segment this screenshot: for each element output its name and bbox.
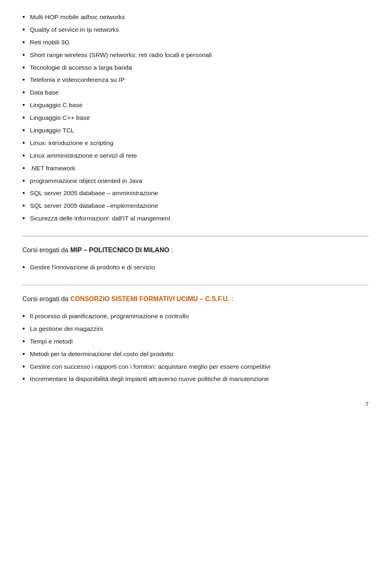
divider-1: [22, 236, 369, 236]
list-item: Incrementare la disponibilità degli impi…: [22, 374, 369, 385]
list-item: Linux amministrazione e servizi di rete: [22, 151, 369, 162]
list-item: Sicurezza delle informazioni: dall'IT al…: [22, 214, 369, 225]
list-item: Data base: [22, 88, 369, 99]
list-item: Quality of service in Ip networks: [22, 25, 369, 36]
list-item: Tempi e metodi: [22, 337, 369, 348]
intro-section: Multi HOP mobile adhoc networksQuality o…: [22, 12, 369, 225]
list-item: Telefonia e videoconferenza su IP: [22, 75, 369, 86]
page-container: Multi HOP mobile adhoc networksQuality o…: [0, 0, 391, 418]
list-item: Gestire l'innovazione di prodotto e di s…: [22, 262, 369, 273]
intro-list: Multi HOP mobile adhoc networksQuality o…: [22, 12, 369, 225]
divider-2: [22, 285, 369, 285]
ucimu-section: Corsi erogati da CONSORZIO SISTEMI FORMA…: [22, 294, 369, 385]
page-number: 7: [365, 401, 369, 407]
mip-highlight: MIP – POLITECNICO DI MILANO: [70, 247, 169, 253]
list-item: Linguaggio C++ base: [22, 113, 369, 124]
ucimu-prefix: Corsi erogati da: [22, 295, 70, 302]
list-item: Il processo di pianificazione, programma…: [22, 311, 369, 322]
list-item: Short range wireless (SRW) networks: ret…: [22, 50, 369, 61]
mip-heading: Corsi erogati da MIP – POLITECNICO DI MI…: [22, 245, 369, 255]
ucimu-list: Il processo di pianificazione, programma…: [22, 311, 369, 385]
mip-section: Corsi erogati da MIP – POLITECNICO DI MI…: [22, 245, 369, 273]
list-item: Metodi per la determinazione del costo d…: [22, 349, 369, 360]
list-item: Linguaggio TCL: [22, 126, 369, 137]
list-item: Reti mobili 3G: [22, 37, 369, 48]
list-item: La gestione dei magazzini: [22, 324, 369, 335]
mip-list: Gestire l'innovazione di prodotto e di s…: [22, 262, 369, 273]
ucimu-suffix: :: [229, 295, 233, 302]
list-item: programmazione object oriented in Java: [22, 176, 369, 187]
mip-prefix: Corsi erogati da: [22, 247, 70, 253]
ucimu-heading: Corsi erogati da CONSORZIO SISTEMI FORMA…: [22, 294, 369, 304]
list-item: Multi HOP mobile adhoc networks: [22, 12, 369, 23]
list-item: Tecnologie di accesso a larga banda: [22, 63, 369, 74]
list-item: Gestire con successo i rapporti con i fo…: [22, 362, 369, 373]
list-item: Linguaggio C base: [22, 100, 369, 111]
list-item: SQL server 2005 database – amministrazio…: [22, 188, 369, 199]
list-item: SQL server 2005 database –implementazion…: [22, 201, 369, 212]
list-item: .NET framework: [22, 163, 369, 174]
list-item: Linux: introduzione e scripting: [22, 138, 369, 149]
mip-suffix: :: [169, 247, 173, 253]
ucimu-highlight: CONSORZIO SISTEMI FORMATIVI UCIMU – C.S.…: [70, 295, 229, 302]
